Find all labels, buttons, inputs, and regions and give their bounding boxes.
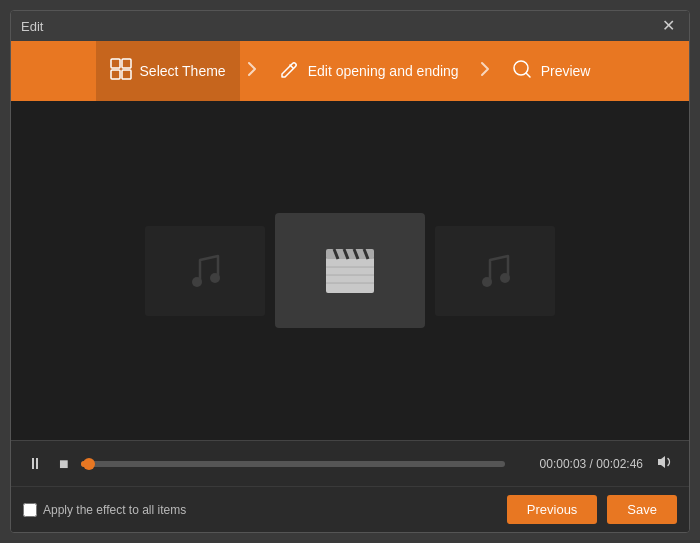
svg-rect-2	[111, 70, 120, 79]
time-display: 00:00:03 / 00:02:46	[513, 457, 643, 471]
progress-bar[interactable]	[81, 461, 505, 467]
nav-separator-1	[240, 61, 264, 82]
main-content	[11, 101, 689, 440]
previous-button[interactable]: Previous	[507, 495, 598, 524]
nav-item-preview[interactable]: Preview	[497, 41, 605, 101]
svg-point-5	[192, 277, 202, 287]
nav-separator-2	[473, 61, 497, 82]
carousel	[145, 213, 555, 328]
preview-icon	[511, 58, 533, 85]
volume-button[interactable]	[651, 451, 677, 476]
svg-point-16	[482, 277, 492, 287]
preview-label: Preview	[541, 63, 591, 79]
stop-button[interactable]: ■	[55, 454, 73, 474]
grid-icon	[110, 58, 132, 85]
svg-rect-3	[122, 70, 131, 79]
time-total: 00:02:46	[596, 457, 643, 471]
edit-window: Edit ✕ Select Theme	[10, 10, 690, 533]
play-pause-button[interactable]: ⏸	[23, 454, 47, 474]
svg-point-6	[210, 273, 220, 283]
nav-item-edit-opening[interactable]: Edit opening and ending	[264, 41, 473, 101]
bottom-bar: Apply the effect to all items Previous S…	[11, 486, 689, 532]
svg-point-17	[500, 273, 510, 283]
apply-all-input[interactable]	[23, 503, 37, 517]
title-bar: Edit ✕	[11, 11, 689, 41]
apply-all-checkbox[interactable]: Apply the effect to all items	[23, 503, 186, 517]
carousel-item-left[interactable]	[145, 226, 265, 316]
svg-rect-1	[122, 59, 131, 68]
window-title: Edit	[21, 19, 43, 34]
progress-handle[interactable]	[83, 458, 95, 470]
select-theme-label: Select Theme	[140, 63, 226, 79]
nav-bar: Select Theme Edit opening and ending	[11, 41, 689, 101]
time-current: 00:00:03	[540, 457, 587, 471]
edit-icon	[278, 58, 300, 85]
music-note-left-icon	[180, 244, 230, 298]
carousel-item-right[interactable]	[435, 226, 555, 316]
svg-rect-0	[111, 59, 120, 68]
nav-item-select-theme[interactable]: Select Theme	[96, 41, 240, 101]
controls-bar: ⏸ ■ 00:00:03 / 00:02:46	[11, 440, 689, 486]
carousel-item-center[interactable]	[275, 213, 425, 328]
clapperboard-icon	[318, 237, 382, 305]
music-note-right-icon	[470, 244, 520, 298]
close-button[interactable]: ✕	[658, 16, 679, 36]
progress-fill	[81, 461, 89, 467]
apply-all-label: Apply the effect to all items	[43, 503, 186, 517]
edit-opening-label: Edit opening and ending	[308, 63, 459, 79]
save-button[interactable]: Save	[607, 495, 677, 524]
